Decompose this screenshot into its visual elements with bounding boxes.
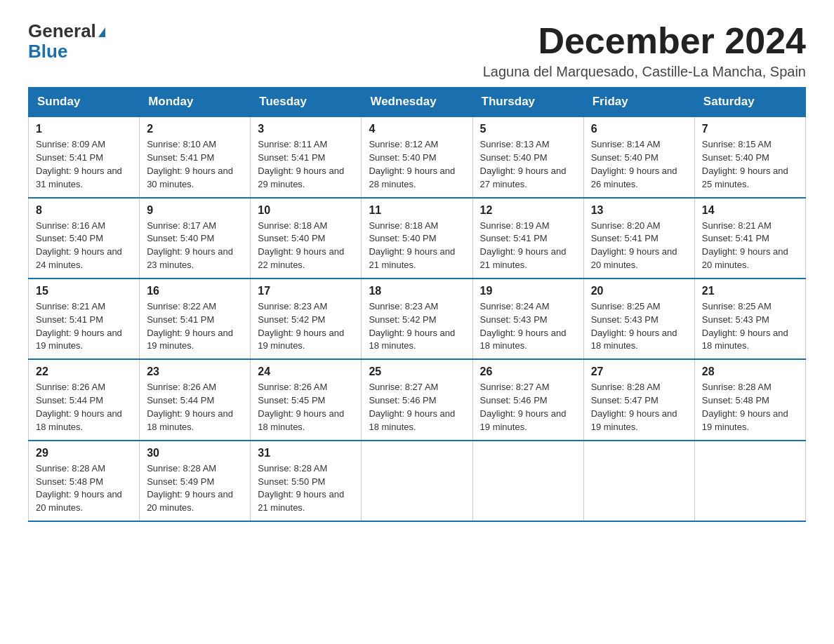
calendar-cell: 23Sunrise: 8:26 AMSunset: 5:44 PMDayligh… bbox=[140, 359, 251, 440]
day-number: 19 bbox=[480, 285, 576, 297]
day-info: Sunrise: 8:28 AMSunset: 5:49 PMDaylight:… bbox=[147, 462, 243, 515]
header-thursday: Thursday bbox=[472, 88, 583, 117]
calendar-cell: 10Sunrise: 8:18 AMSunset: 5:40 PMDayligh… bbox=[251, 198, 362, 279]
calendar-cell: 4Sunrise: 8:12 AMSunset: 5:40 PMDaylight… bbox=[362, 116, 472, 197]
day-info: Sunrise: 8:11 AMSunset: 5:41 PMDaylight:… bbox=[258, 138, 354, 191]
calendar-cell: 19Sunrise: 8:24 AMSunset: 5:43 PMDayligh… bbox=[472, 279, 583, 359]
day-info: Sunrise: 8:18 AMSunset: 5:40 PMDaylight:… bbox=[369, 220, 465, 272]
calendar-table: SundayMondayTuesdayWednesdayThursdayFrid… bbox=[28, 87, 806, 522]
day-number: 29 bbox=[36, 447, 132, 459]
calendar-cell: 17Sunrise: 8:23 AMSunset: 5:42 PMDayligh… bbox=[251, 279, 362, 359]
calendar-cell: 28Sunrise: 8:28 AMSunset: 5:48 PMDayligh… bbox=[694, 359, 805, 440]
day-info: Sunrise: 8:27 AMSunset: 5:46 PMDaylight:… bbox=[369, 381, 465, 434]
day-number: 1 bbox=[36, 123, 132, 135]
day-number: 16 bbox=[147, 285, 243, 297]
calendar-header-row: SundayMondayTuesdayWednesdayThursdayFrid… bbox=[29, 88, 806, 117]
calendar-week-row: 15Sunrise: 8:21 AMSunset: 5:41 PMDayligh… bbox=[29, 279, 806, 359]
day-number: 27 bbox=[591, 365, 687, 378]
calendar-cell: 18Sunrise: 8:23 AMSunset: 5:42 PMDayligh… bbox=[362, 279, 472, 359]
calendar-cell: 6Sunrise: 8:14 AMSunset: 5:40 PMDaylight… bbox=[583, 116, 694, 197]
day-info: Sunrise: 8:28 AMSunset: 5:48 PMDaylight:… bbox=[702, 381, 798, 434]
logo-general-text: General bbox=[28, 20, 96, 41]
day-number: 10 bbox=[258, 204, 354, 217]
day-info: Sunrise: 8:28 AMSunset: 5:47 PMDaylight:… bbox=[591, 381, 687, 434]
day-info: Sunrise: 8:14 AMSunset: 5:40 PMDaylight:… bbox=[591, 138, 687, 191]
header-sunday: Sunday bbox=[29, 88, 140, 117]
day-info: Sunrise: 8:23 AMSunset: 5:42 PMDaylight:… bbox=[369, 300, 465, 353]
calendar-cell bbox=[583, 441, 694, 521]
day-info: Sunrise: 8:20 AMSunset: 5:41 PMDaylight:… bbox=[591, 220, 687, 272]
logo: General Blue bbox=[28, 21, 105, 61]
day-number: 2 bbox=[147, 123, 243, 135]
calendar-cell: 16Sunrise: 8:22 AMSunset: 5:41 PMDayligh… bbox=[140, 279, 251, 359]
day-number: 4 bbox=[369, 123, 465, 135]
day-info: Sunrise: 8:26 AMSunset: 5:45 PMDaylight:… bbox=[258, 381, 354, 434]
day-number: 28 bbox=[702, 365, 798, 378]
calendar-cell: 8Sunrise: 8:16 AMSunset: 5:40 PMDaylight… bbox=[29, 198, 140, 279]
day-number: 30 bbox=[147, 447, 243, 459]
month-title: December 2024 bbox=[483, 21, 806, 61]
day-number: 25 bbox=[369, 365, 465, 378]
calendar-cell: 31Sunrise: 8:28 AMSunset: 5:50 PMDayligh… bbox=[251, 441, 362, 521]
day-number: 17 bbox=[258, 285, 354, 297]
calendar-cell: 27Sunrise: 8:28 AMSunset: 5:47 PMDayligh… bbox=[583, 359, 694, 440]
day-info: Sunrise: 8:15 AMSunset: 5:40 PMDaylight:… bbox=[702, 138, 798, 191]
day-number: 8 bbox=[36, 204, 132, 217]
calendar-cell: 11Sunrise: 8:18 AMSunset: 5:40 PMDayligh… bbox=[362, 198, 472, 279]
calendar-cell: 30Sunrise: 8:28 AMSunset: 5:49 PMDayligh… bbox=[140, 441, 251, 521]
day-number: 15 bbox=[36, 285, 132, 297]
day-info: Sunrise: 8:28 AMSunset: 5:50 PMDaylight:… bbox=[258, 462, 354, 515]
day-number: 12 bbox=[480, 204, 576, 217]
calendar-cell: 20Sunrise: 8:25 AMSunset: 5:43 PMDayligh… bbox=[583, 279, 694, 359]
header-friday: Friday bbox=[583, 88, 694, 117]
calendar-week-row: 1Sunrise: 8:09 AMSunset: 5:41 PMDaylight… bbox=[29, 116, 806, 197]
day-info: Sunrise: 8:21 AMSunset: 5:41 PMDaylight:… bbox=[702, 220, 798, 272]
logo-blue-text: Blue bbox=[28, 41, 105, 62]
header-wednesday: Wednesday bbox=[362, 88, 472, 117]
header-tuesday: Tuesday bbox=[251, 88, 362, 117]
calendar-cell: 26Sunrise: 8:27 AMSunset: 5:46 PMDayligh… bbox=[472, 359, 583, 440]
calendar-cell: 15Sunrise: 8:21 AMSunset: 5:41 PMDayligh… bbox=[29, 279, 140, 359]
day-info: Sunrise: 8:09 AMSunset: 5:41 PMDaylight:… bbox=[36, 138, 132, 191]
day-number: 5 bbox=[480, 123, 576, 135]
calendar-cell: 21Sunrise: 8:25 AMSunset: 5:43 PMDayligh… bbox=[694, 279, 805, 359]
calendar-cell: 2Sunrise: 8:10 AMSunset: 5:41 PMDaylight… bbox=[140, 116, 251, 197]
title-area: December 2024 Laguna del Marquesado, Cas… bbox=[483, 21, 806, 80]
day-number: 3 bbox=[258, 123, 354, 135]
calendar-cell: 7Sunrise: 8:15 AMSunset: 5:40 PMDaylight… bbox=[694, 116, 805, 197]
header: General Blue December 2024 Laguna del Ma… bbox=[28, 21, 806, 80]
day-number: 24 bbox=[258, 365, 354, 378]
day-number: 23 bbox=[147, 365, 243, 378]
day-info: Sunrise: 8:26 AMSunset: 5:44 PMDaylight:… bbox=[36, 381, 132, 434]
day-number: 20 bbox=[591, 285, 687, 297]
day-number: 6 bbox=[591, 123, 687, 135]
calendar-cell: 5Sunrise: 8:13 AMSunset: 5:40 PMDaylight… bbox=[472, 116, 583, 197]
calendar-cell: 29Sunrise: 8:28 AMSunset: 5:48 PMDayligh… bbox=[29, 441, 140, 521]
day-number: 13 bbox=[591, 204, 687, 217]
day-info: Sunrise: 8:25 AMSunset: 5:43 PMDaylight:… bbox=[591, 300, 687, 353]
day-info: Sunrise: 8:22 AMSunset: 5:41 PMDaylight:… bbox=[147, 300, 243, 353]
day-info: Sunrise: 8:13 AMSunset: 5:40 PMDaylight:… bbox=[480, 138, 576, 191]
day-info: Sunrise: 8:23 AMSunset: 5:42 PMDaylight:… bbox=[258, 300, 354, 353]
day-number: 31 bbox=[258, 447, 354, 459]
day-number: 14 bbox=[702, 204, 798, 217]
calendar-cell: 12Sunrise: 8:19 AMSunset: 5:41 PMDayligh… bbox=[472, 198, 583, 279]
calendar-cell: 9Sunrise: 8:17 AMSunset: 5:40 PMDaylight… bbox=[140, 198, 251, 279]
calendar-cell: 14Sunrise: 8:21 AMSunset: 5:41 PMDayligh… bbox=[694, 198, 805, 279]
day-info: Sunrise: 8:27 AMSunset: 5:46 PMDaylight:… bbox=[480, 381, 576, 434]
day-number: 9 bbox=[147, 204, 243, 217]
calendar-week-row: 29Sunrise: 8:28 AMSunset: 5:48 PMDayligh… bbox=[29, 441, 806, 521]
day-info: Sunrise: 8:28 AMSunset: 5:48 PMDaylight:… bbox=[36, 462, 132, 515]
day-info: Sunrise: 8:19 AMSunset: 5:41 PMDaylight:… bbox=[480, 220, 576, 272]
day-number: 7 bbox=[702, 123, 798, 135]
calendar-cell: 22Sunrise: 8:26 AMSunset: 5:44 PMDayligh… bbox=[29, 359, 140, 440]
calendar-cell: 24Sunrise: 8:26 AMSunset: 5:45 PMDayligh… bbox=[251, 359, 362, 440]
logo-triangle-icon bbox=[98, 27, 105, 37]
calendar-week-row: 8Sunrise: 8:16 AMSunset: 5:40 PMDaylight… bbox=[29, 198, 806, 279]
day-info: Sunrise: 8:17 AMSunset: 5:40 PMDaylight:… bbox=[147, 220, 243, 272]
day-number: 26 bbox=[480, 365, 576, 378]
day-info: Sunrise: 8:25 AMSunset: 5:43 PMDaylight:… bbox=[702, 300, 798, 353]
day-info: Sunrise: 8:21 AMSunset: 5:41 PMDaylight:… bbox=[36, 300, 132, 353]
calendar-cell: 1Sunrise: 8:09 AMSunset: 5:41 PMDaylight… bbox=[29, 116, 140, 197]
day-info: Sunrise: 8:10 AMSunset: 5:41 PMDaylight:… bbox=[147, 138, 243, 191]
